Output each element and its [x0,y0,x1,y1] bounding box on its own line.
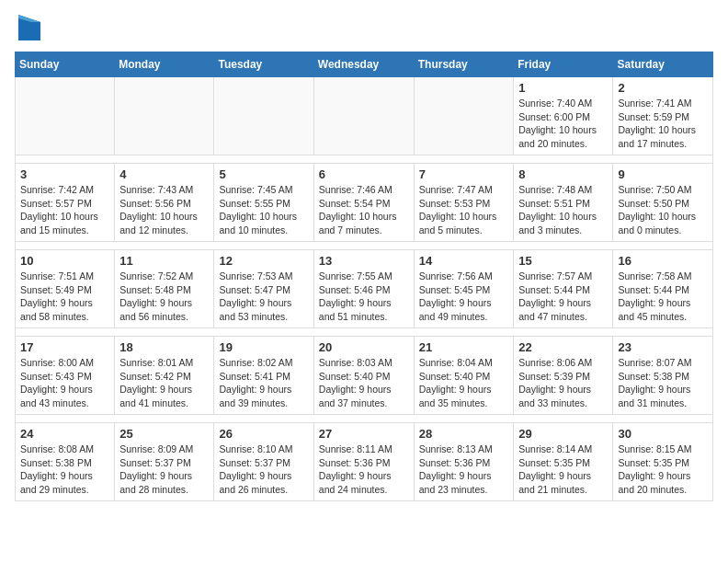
week-row-2: 10Sunrise: 7:51 AM Sunset: 5:49 PM Dayli… [16,250,713,328]
day-info-18: Sunrise: 8:01 AM Sunset: 5:42 PM Dayligh… [119,356,209,410]
cell-4-0: 24Sunrise: 8:08 AM Sunset: 5:38 PM Dayli… [16,423,115,501]
col-tuesday: Tuesday [214,52,313,77]
day-info-30: Sunrise: 8:15 AM Sunset: 5:35 PM Dayligh… [618,442,708,497]
cell-0-5: 1Sunrise: 7:40 AM Sunset: 6:00 PM Daylig… [514,77,613,155]
cell-2-5: 15Sunrise: 7:57 AM Sunset: 5:44 PM Dayli… [514,250,613,328]
col-sunday: Sunday [16,52,115,77]
cell-1-5: 8Sunrise: 7:48 AM Sunset: 5:51 PM Daylig… [514,164,613,242]
day-number-10: 10 [20,254,109,268]
day-info-19: Sunrise: 8:02 AM Sunset: 5:41 PM Dayligh… [219,356,308,410]
cell-4-2: 26Sunrise: 8:10 AM Sunset: 5:37 PM Dayli… [214,423,313,501]
day-info-16: Sunrise: 7:58 AM Sunset: 5:44 PM Dayligh… [618,270,708,324]
day-info-20: Sunrise: 8:03 AM Sunset: 5:40 PM Dayligh… [319,356,409,410]
cell-0-6: 2Sunrise: 7:41 AM Sunset: 5:59 PM Daylig… [613,77,713,155]
day-info-22: Sunrise: 8:06 AM Sunset: 5:39 PM Dayligh… [518,356,608,410]
cell-2-3: 13Sunrise: 7:55 AM Sunset: 5:46 PM Dayli… [313,250,414,328]
day-info-1: Sunrise: 7:40 AM Sunset: 6:00 PM Dayligh… [518,97,608,151]
cell-3-5: 22Sunrise: 8:06 AM Sunset: 5:39 PM Dayli… [514,337,613,415]
day-info-9: Sunrise: 7:50 AM Sunset: 5:50 PM Dayligh… [618,183,708,237]
day-info-8: Sunrise: 7:48 AM Sunset: 5:51 PM Dayligh… [518,183,608,237]
cell-2-2: 12Sunrise: 7:53 AM Sunset: 5:47 PM Dayli… [214,250,313,328]
day-number-1: 1 [518,81,608,95]
day-number-18: 18 [119,340,209,354]
cell-4-6: 30Sunrise: 8:15 AM Sunset: 5:35 PM Dayli… [613,423,713,501]
spacer-row-3 [16,415,713,423]
cell-1-4: 7Sunrise: 7:47 AM Sunset: 5:53 PM Daylig… [414,164,514,242]
cell-1-3: 6Sunrise: 7:46 AM Sunset: 5:54 PM Daylig… [313,164,414,242]
day-number-12: 12 [219,254,308,268]
day-info-5: Sunrise: 7:45 AM Sunset: 5:55 PM Dayligh… [219,183,308,237]
cell-1-1: 4Sunrise: 7:43 AM Sunset: 5:56 PM Daylig… [115,164,214,242]
week-row-1: 3Sunrise: 7:42 AM Sunset: 5:57 PM Daylig… [16,164,713,242]
day-info-13: Sunrise: 7:55 AM Sunset: 5:46 PM Dayligh… [319,270,409,324]
spacer-cell [16,328,713,337]
day-number-15: 15 [518,254,608,268]
col-thursday: Thursday [414,52,514,77]
cell-4-1: 25Sunrise: 8:09 AM Sunset: 5:37 PM Dayli… [115,423,214,501]
cell-1-0: 3Sunrise: 7:42 AM Sunset: 5:57 PM Daylig… [16,164,115,242]
day-number-26: 26 [219,427,308,441]
day-number-23: 23 [618,340,708,354]
day-number-3: 3 [20,167,109,181]
day-number-22: 22 [518,340,608,354]
day-number-20: 20 [319,340,409,354]
day-number-6: 6 [319,167,409,181]
cell-0-1 [115,77,214,155]
calendar-header-row: Sunday Monday Tuesday Wednesday Thursday… [16,52,713,77]
day-info-3: Sunrise: 7:42 AM Sunset: 5:57 PM Dayligh… [20,183,109,237]
day-info-11: Sunrise: 7:52 AM Sunset: 5:48 PM Dayligh… [119,270,209,324]
day-info-25: Sunrise: 8:09 AM Sunset: 5:37 PM Dayligh… [119,442,209,497]
cell-3-3: 20Sunrise: 8:03 AM Sunset: 5:40 PM Dayli… [313,337,414,415]
day-number-14: 14 [419,254,509,268]
day-number-28: 28 [419,427,509,441]
logo-icon [18,15,40,40]
cell-2-6: 16Sunrise: 7:58 AM Sunset: 5:44 PM Dayli… [613,250,713,328]
cell-3-1: 18Sunrise: 8:01 AM Sunset: 5:42 PM Dayli… [115,337,214,415]
day-info-4: Sunrise: 7:43 AM Sunset: 5:56 PM Dayligh… [119,183,209,237]
spacer-row-0 [16,155,713,164]
day-info-15: Sunrise: 7:57 AM Sunset: 5:44 PM Dayligh… [518,270,608,324]
day-info-14: Sunrise: 7:56 AM Sunset: 5:45 PM Dayligh… [419,270,509,324]
day-number-2: 2 [618,81,708,95]
cell-0-4 [414,77,514,155]
day-number-30: 30 [618,427,708,441]
day-info-2: Sunrise: 7:41 AM Sunset: 5:59 PM Dayligh… [618,97,708,151]
day-number-17: 17 [20,340,109,354]
day-number-29: 29 [518,427,608,441]
spacer-cell [16,155,713,164]
day-info-26: Sunrise: 8:10 AM Sunset: 5:37 PM Dayligh… [219,442,308,497]
day-info-23: Sunrise: 8:07 AM Sunset: 5:38 PM Dayligh… [618,356,708,410]
col-monday: Monday [115,52,214,77]
day-info-27: Sunrise: 8:11 AM Sunset: 5:36 PM Dayligh… [319,442,409,497]
cell-3-6: 23Sunrise: 8:07 AM Sunset: 5:38 PM Dayli… [613,337,713,415]
cell-2-0: 10Sunrise: 7:51 AM Sunset: 5:49 PM Dayli… [16,250,115,328]
day-number-5: 5 [219,167,308,181]
day-info-7: Sunrise: 7:47 AM Sunset: 5:53 PM Dayligh… [419,183,509,237]
spacer-cell [16,242,713,250]
day-info-21: Sunrise: 8:04 AM Sunset: 5:40 PM Dayligh… [419,356,509,410]
day-number-7: 7 [419,167,509,181]
day-info-10: Sunrise: 7:51 AM Sunset: 5:49 PM Dayligh… [20,270,109,324]
day-number-13: 13 [319,254,409,268]
week-row-3: 17Sunrise: 8:00 AM Sunset: 5:43 PM Dayli… [16,337,713,415]
day-number-16: 16 [618,254,708,268]
day-info-24: Sunrise: 8:08 AM Sunset: 5:38 PM Dayligh… [20,442,109,497]
cell-4-3: 27Sunrise: 8:11 AM Sunset: 5:36 PM Dayli… [313,423,414,501]
day-number-11: 11 [119,254,209,268]
day-info-17: Sunrise: 8:00 AM Sunset: 5:43 PM Dayligh… [20,356,109,410]
spacer-row-2 [16,328,713,337]
cell-4-5: 29Sunrise: 8:14 AM Sunset: 5:35 PM Dayli… [514,423,613,501]
week-row-0: 1Sunrise: 7:40 AM Sunset: 6:00 PM Daylig… [16,77,713,155]
cell-3-4: 21Sunrise: 8:04 AM Sunset: 5:40 PM Dayli… [414,337,514,415]
cell-0-3 [313,77,414,155]
day-info-12: Sunrise: 7:53 AM Sunset: 5:47 PM Dayligh… [219,270,308,324]
day-number-21: 21 [419,340,509,354]
day-number-27: 27 [319,427,409,441]
day-info-29: Sunrise: 8:14 AM Sunset: 5:35 PM Dayligh… [518,442,608,497]
day-number-24: 24 [20,427,109,441]
col-wednesday: Wednesday [313,52,414,77]
day-number-4: 4 [119,167,209,181]
cell-1-6: 9Sunrise: 7:50 AM Sunset: 5:50 PM Daylig… [613,164,713,242]
cell-1-2: 5Sunrise: 7:45 AM Sunset: 5:55 PM Daylig… [214,164,313,242]
week-row-4: 24Sunrise: 8:08 AM Sunset: 5:38 PM Dayli… [16,423,713,501]
